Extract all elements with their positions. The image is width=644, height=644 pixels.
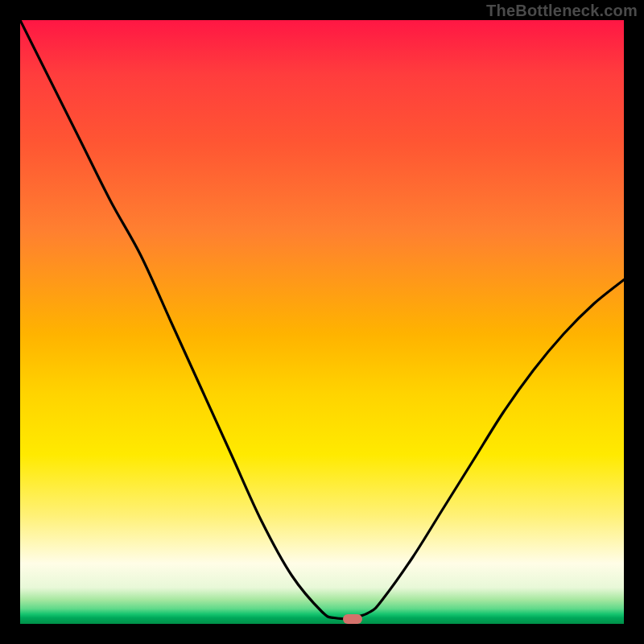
plot-area — [20, 20, 624, 624]
chart-stage: TheBottleneck.com — [0, 0, 644, 644]
bottleneck-curve — [20, 20, 624, 624]
optimum-marker — [343, 614, 362, 624]
watermark-text: TheBottleneck.com — [486, 2, 638, 20]
